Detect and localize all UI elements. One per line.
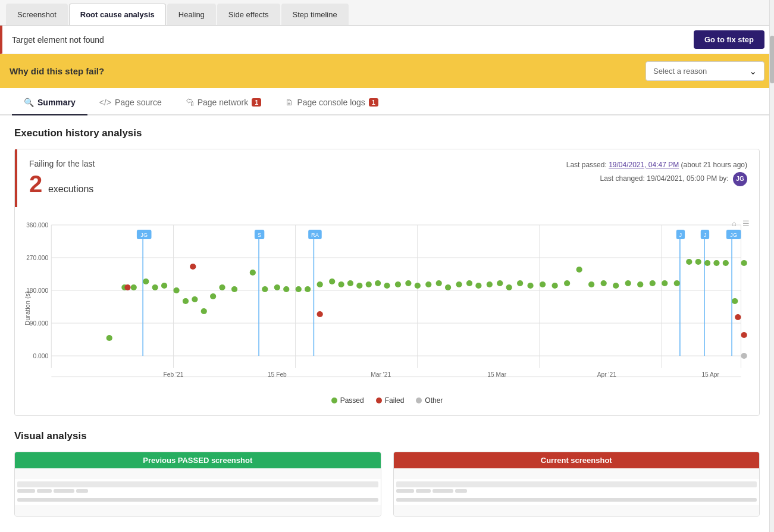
svg-point-71 bbox=[375, 280, 381, 286]
current-screenshot-preview bbox=[394, 468, 760, 516]
svg-point-56 bbox=[219, 284, 225, 290]
tab-healing[interactable]: Healing bbox=[167, 4, 216, 25]
doc-icon: 🗎 bbox=[285, 98, 293, 107]
svg-point-70 bbox=[366, 281, 372, 287]
svg-text:180.000: 180.000 bbox=[26, 287, 48, 294]
svg-text:15 Apr: 15 Apr bbox=[701, 371, 719, 378]
previous-screenshot-card: Previous PASSED screenshot bbox=[14, 452, 381, 517]
scrollbar[interactable] bbox=[769, 0, 774, 532]
svg-point-55 bbox=[210, 293, 216, 299]
select-reason-label: Select a reason bbox=[653, 67, 707, 76]
svg-point-52 bbox=[183, 298, 189, 304]
inner-tab-page-console-label: Page console logs bbox=[297, 98, 365, 107]
tab-step-timeline[interactable]: Step timeline bbox=[281, 4, 349, 25]
svg-text:15 Mar: 15 Mar bbox=[487, 371, 507, 378]
svg-point-51 bbox=[173, 287, 179, 293]
legend-failed-label: Failed bbox=[385, 396, 405, 405]
goto-fix-button[interactable]: Go to fix step bbox=[694, 30, 764, 49]
avatar: JG bbox=[733, 172, 747, 186]
svg-point-104 bbox=[732, 298, 738, 304]
mock-content-1 bbox=[17, 489, 378, 503]
scrollbar-thumb[interactable] bbox=[770, 36, 774, 83]
svg-point-65 bbox=[317, 281, 323, 287]
svg-point-110 bbox=[741, 332, 747, 338]
svg-text:S: S bbox=[258, 232, 261, 238]
svg-text:360.000: 360.000 bbox=[26, 222, 48, 229]
svg-point-88 bbox=[551, 283, 557, 289]
svg-point-60 bbox=[262, 286, 268, 292]
svg-point-83 bbox=[497, 280, 503, 286]
share-icon: ⮲ bbox=[186, 98, 194, 107]
svg-point-93 bbox=[613, 283, 619, 289]
svg-point-101 bbox=[704, 260, 710, 266]
mock-pill-8 bbox=[433, 489, 453, 493]
svg-text:Feb '21: Feb '21 bbox=[164, 371, 184, 378]
chevron-down-icon: ⌄ bbox=[749, 65, 757, 77]
inner-tab-summary-label: Summary bbox=[37, 98, 76, 107]
last-passed-date[interactable]: 19/04/2021, 04:47 PM bbox=[609, 161, 679, 169]
svg-text:⌂: ⌂ bbox=[732, 219, 737, 228]
inner-tab-page-console[interactable]: 🗎 Page console logs 1 bbox=[273, 90, 390, 115]
tab-side-effects[interactable]: Side effects bbox=[217, 4, 280, 25]
svg-point-48 bbox=[143, 278, 149, 284]
svg-point-62 bbox=[283, 286, 289, 292]
svg-point-59 bbox=[250, 270, 256, 276]
svg-point-53 bbox=[192, 296, 198, 302]
svg-point-67 bbox=[338, 281, 344, 287]
tab-screenshot[interactable]: Screenshot bbox=[6, 4, 68, 25]
svg-point-90 bbox=[576, 267, 582, 273]
exec-left: Failing for the last 2 executions bbox=[29, 159, 566, 198]
visual-analysis-title: Visual analysis bbox=[14, 430, 760, 442]
svg-text:JG: JG bbox=[140, 232, 148, 238]
svg-point-75 bbox=[415, 283, 421, 289]
svg-point-103 bbox=[723, 260, 729, 266]
inner-tab-page-source-label: Page source bbox=[115, 98, 162, 107]
svg-point-69 bbox=[356, 283, 362, 289]
legend-passed: Passed bbox=[331, 396, 364, 405]
inner-tab-summary[interactable]: 🔍 Summary bbox=[12, 90, 87, 115]
mock-pill-6 bbox=[396, 489, 414, 493]
svg-point-106 bbox=[124, 284, 130, 290]
svg-point-99 bbox=[686, 259, 692, 265]
current-screenshot-card: Current screenshot bbox=[393, 452, 760, 517]
svg-text:270.000: 270.000 bbox=[26, 255, 48, 261]
svg-text:0.000: 0.000 bbox=[33, 353, 49, 359]
chart-svg: Duration (s) bbox=[21, 213, 753, 392]
inner-tab-page-network[interactable]: ⮲ Page network 1 bbox=[174, 90, 274, 115]
svg-point-97 bbox=[662, 280, 668, 286]
exec-top: Failing for the last 2 executions Last p… bbox=[15, 149, 759, 207]
svg-point-108 bbox=[317, 311, 323, 317]
svg-point-54 bbox=[201, 308, 207, 314]
mock-browser-previous bbox=[15, 479, 381, 505]
error-message: Target element not found bbox=[12, 35, 104, 45]
svg-point-63 bbox=[296, 286, 302, 292]
mock-pill-1 bbox=[17, 489, 35, 493]
svg-point-85 bbox=[517, 280, 523, 286]
svg-point-76 bbox=[425, 281, 431, 287]
inner-tab-page-source[interactable]: </> Page source bbox=[87, 90, 174, 115]
tab-root-cause[interactable]: Root cause analysis bbox=[69, 4, 166, 25]
main-content: Execution history analysis Failing for t… bbox=[0, 115, 774, 528]
svg-text:J: J bbox=[679, 232, 682, 238]
svg-point-87 bbox=[540, 281, 546, 287]
svg-point-102 bbox=[713, 260, 719, 266]
svg-text:JG: JG bbox=[730, 232, 737, 238]
error-bar: Target element not found Go to fix step bbox=[0, 26, 774, 54]
mock-bar-2 bbox=[396, 481, 757, 487]
mock-browser-current bbox=[394, 479, 760, 505]
svg-point-92 bbox=[601, 280, 607, 286]
svg-point-49 bbox=[152, 284, 158, 290]
svg-point-86 bbox=[527, 283, 533, 289]
svg-text:J: J bbox=[704, 232, 707, 238]
why-question: Why did this step fail? bbox=[10, 66, 104, 76]
mock-pill-9 bbox=[455, 489, 467, 493]
select-reason-dropdown[interactable]: Select a reason ⌄ bbox=[645, 61, 764, 81]
svg-point-98 bbox=[674, 280, 680, 286]
svg-point-64 bbox=[305, 286, 311, 292]
svg-point-84 bbox=[506, 284, 512, 290]
svg-text:90.000: 90.000 bbox=[30, 320, 49, 327]
svg-point-95 bbox=[637, 281, 643, 287]
last-passed-label: Last passed: bbox=[566, 161, 607, 169]
svg-point-81 bbox=[475, 283, 481, 289]
svg-point-73 bbox=[395, 281, 401, 287]
